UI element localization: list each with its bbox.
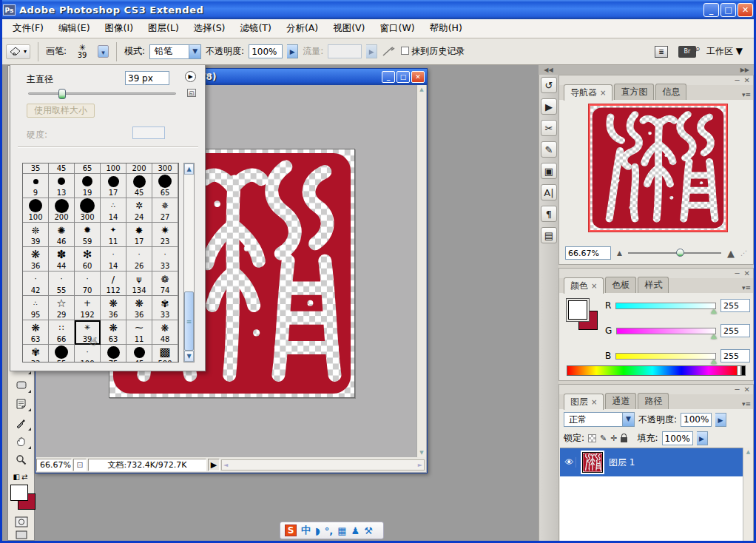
resize-grip-icon[interactable]: ⋰ [740,249,747,257]
brush-grid-scrollbar[interactable]: ▲ ▼ [183,163,195,362]
blue-slider[interactable] [615,353,716,360]
brush-cell[interactable]: ❋36 [23,247,49,272]
brush-cell[interactable]: ∴95 [23,296,49,320]
default-swap-colors[interactable]: ◧⇄ [10,469,33,485]
mode-select[interactable]: 铅笔 ▼ [149,44,201,59]
brush-cell[interactable]: 65 [152,174,178,198]
brush-cell[interactable]: ✷23 [152,223,178,247]
red-value-field[interactable]: 255 [720,299,750,312]
tab[interactable]: 路径 [638,393,669,409]
brush-cell[interactable]: ✾32 [23,345,49,362]
brush-cell[interactable]: /112 [101,272,126,296]
brush-cell[interactable]: ✺46 [49,223,75,247]
brush-cell[interactable]: ✽44 [49,247,75,272]
panel-menu-icon[interactable]: ▾≡ [742,400,751,408]
brush-cell[interactable]: ☆29 [49,296,75,320]
quick-mask-button[interactable] [10,513,33,530]
brush-preview-button[interactable]: ✳ 39 [71,44,93,59]
color-spectrum-ramp[interactable] [567,365,738,376]
doc-maximize-button[interactable]: □ [396,71,410,83]
brush-cell[interactable]: ❁74 [152,272,178,296]
brush-cell[interactable]: ✲24 [126,198,152,223]
tab[interactable]: 信息 [655,84,686,100]
tab[interactable]: 直方图 [614,84,654,100]
panel-menu-icon[interactable]: ▾≡ [742,91,751,98]
brush-cell[interactable]: ∷66 [49,320,75,345]
layer-name[interactable]: 图层 1 [609,456,635,469]
doc-minimize-button[interactable]: _ [382,71,395,83]
layer-comps-icon[interactable]: ▤ [541,227,557,243]
master-diameter-field[interactable]: 39 px [125,71,169,85]
panel-minimize-icon[interactable]: ─ [735,385,740,394]
brush-cell[interactable]: ·55 [49,272,75,296]
brush-cell[interactable]: ✦11 [101,223,126,247]
document-horizontal-scrollbar[interactable]: ◄► [221,459,425,471]
tab[interactable]: 色板 [605,277,636,293]
blue-value-field[interactable]: 255 [720,349,750,362]
notes-tool[interactable] [10,394,33,413]
red-slider[interactable] [615,303,716,309]
brush-cell[interactable]: 200 [126,163,152,174]
history-icon[interactable]: ↺ [541,77,557,93]
brush-cell[interactable]: 65 [75,163,101,174]
minimize-button[interactable]: _ [703,3,719,17]
tab-close-icon[interactable]: × [600,89,606,97]
brush-cell[interactable]: ψ134 [126,272,152,296]
opacity-spinner[interactable]: ▶ [287,44,298,58]
tab-close-icon[interactable]: × [591,282,597,290]
scroll-right-icon[interactable]: ► [418,462,422,468]
document-vertical-scrollbar[interactable]: ▲▼ [416,85,426,457]
panel-minimize-icon[interactable]: ─ [735,76,740,84]
brush-cell[interactable]: ✸17 [126,223,152,247]
scroll-up-icon[interactable]: ▲ [419,87,423,92]
foreground-color-swatch[interactable] [10,485,28,501]
brush-cell[interactable]: 45 [49,163,75,174]
zoom-tool[interactable] [10,451,33,469]
menu-item[interactable]: 图层(L) [141,20,186,37]
menu-item[interactable]: 编辑(E) [52,20,97,37]
slider-triangle-icon[interactable] [711,334,717,339]
brush-cell[interactable]: ∴14 [101,198,126,223]
palette-well-icon[interactable]: ≣ [655,46,668,58]
visibility-eye-icon[interactable]: 👁 [563,457,576,468]
go-to-bridge-icon[interactable]: Br [678,46,696,58]
shape-mode-icon[interactable]: ◗ [315,525,320,536]
layer-list-scrollbar[interactable]: ▲▼ [743,448,753,543]
punctuation-icon[interactable]: °, [325,525,333,536]
eyedropper-tool[interactable] [10,413,33,431]
brush-cell[interactable]: 13 [49,174,75,198]
soft-keyboard-icon[interactable]: ▦ [337,525,346,536]
brush-cell[interactable]: ⁓11 [126,320,152,345]
brush-cell[interactable]: ❋36 [126,296,152,320]
brush-cell[interactable]: ✵27 [152,198,178,223]
close-button[interactable]: ✕ [738,3,753,17]
panel-minimize-icon[interactable]: ─ [735,269,740,277]
green-value-field[interactable]: 255 [720,324,750,337]
sogou-icon[interactable]: S [285,525,297,536]
paragraph-icon[interactable]: ¶ [541,206,557,222]
menu-item[interactable]: 图像(I) [98,20,140,37]
brush-cell[interactable]: 35 [23,163,49,174]
brush-cell[interactable]: ·14 [101,247,126,272]
foreground-color-swatch[interactable] [568,300,587,320]
brush-cell[interactable]: 200 [49,198,75,223]
brush-cell[interactable]: 19 [75,174,101,198]
green-slider[interactable] [616,328,716,334]
spectrum-bw-ends[interactable] [737,365,746,376]
panel-dock-collapse-bar[interactable]: ▶▶ [558,65,754,75]
person-icon[interactable]: ♟ [351,525,360,536]
scroll-up-icon[interactable]: ▲ [184,163,194,175]
navigator-slider-thumb[interactable] [676,249,684,257]
brush-cell[interactable]: 100 [101,163,126,174]
blend-mode-select[interactable]: 正常 ▼ [564,412,635,427]
dock-collapse-bar[interactable]: ◀◀ [539,65,558,75]
brush-cell[interactable]: 45 [126,345,152,362]
tab[interactable]: 导航器× [564,84,612,101]
panel-menu-icon[interactable]: ▾≡ [742,284,751,291]
doc-close-button[interactable]: ✕ [411,71,425,83]
lock-pixels-icon[interactable]: ✎ [600,434,607,443]
zoom-percent-field[interactable]: 66.67% [36,459,72,471]
brush-cell[interactable]: ·33 [152,247,178,272]
tab[interactable]: 颜色× [564,277,604,294]
brush-cell[interactable]: 300 [75,198,101,223]
